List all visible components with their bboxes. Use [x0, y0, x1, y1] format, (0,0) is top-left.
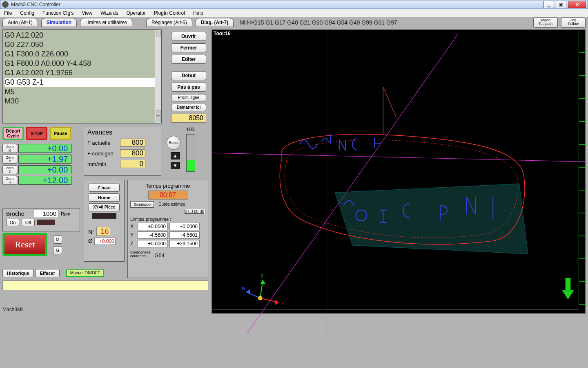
dro-x[interactable]: +0.00: [18, 144, 71, 153]
gcode-line: M30: [4, 96, 160, 106]
titlebar: Mach3 CNC Controller: [0, 0, 588, 9]
reset-button[interactable]: Reset: [2, 233, 47, 256]
menu-config[interactable]: Config: [16, 10, 38, 16]
toolpath-viewport[interactable]: Tool:16: [212, 29, 586, 314]
menu-plugin-control[interactable]: PlugIn Control: [150, 10, 189, 16]
g-button[interactable]: G: [53, 246, 62, 254]
zero-4-button[interactable]: Zero 4: [2, 176, 17, 185]
reset-panel: Reset M G: [2, 233, 64, 262]
feed-unit-value[interactable]: 0: [120, 160, 145, 168]
down-arrow-icon: [561, 276, 575, 301]
tab-reglages[interactable]: Réglages (Alt-6): [146, 18, 192, 27]
feed-title: Avances: [87, 129, 158, 136]
spindle-off-button[interactable]: Off: [22, 219, 35, 226]
effacer-button[interactable]: Effacer: [35, 269, 59, 277]
svg-point-12: [258, 296, 263, 301]
spindle-panel: Broche 1000 Rpm On Off: [2, 209, 80, 231]
window-title: Mach3 CNC Controller: [10, 2, 543, 7]
jog-follow-button[interactable]: Jog Follow: [561, 17, 586, 28]
time-value: 00:07: [148, 191, 187, 200]
xy0-piece-button[interactable]: XY=0 Pièce: [89, 203, 120, 211]
maximize-button[interactable]: [556, 1, 566, 8]
tool-n-label: N°: [88, 229, 95, 235]
svg-line-5: [383, 87, 396, 118]
home-panel: Z haut Home XY=0 Pièce N° 16 Ø +0.000: [84, 180, 125, 262]
zero-y-button[interactable]: Zero Y: [2, 155, 17, 164]
menu-wizards[interactable]: Wizards: [96, 10, 122, 16]
gcode-listing[interactable]: G0 A12.020 G0 Z27.050 G1 F300.0 Z26.000 …: [2, 29, 162, 123]
feed-actual-value[interactable]: 800: [120, 139, 145, 147]
limits-label: Limites programme :: [130, 217, 205, 222]
override-reset-button[interactable]: Reset: [167, 136, 180, 150]
svg-line-0: [212, 153, 585, 162]
svg-marker-11: [246, 289, 251, 294]
gcode-line: M5: [4, 87, 160, 96]
feed-override-panel: 100 Reset ▲ ▼: [163, 127, 208, 176]
override-down-button[interactable]: ▼: [171, 162, 180, 169]
tool-number-value[interactable]: 16: [96, 227, 110, 236]
duration-value: 0:00:00:00: [185, 209, 205, 214]
fermer-button[interactable]: Fermer: [171, 43, 206, 52]
dro-z[interactable]: +0.00: [18, 165, 71, 174]
close-button[interactable]: [568, 1, 586, 8]
limit-x-min: +0.0000: [138, 223, 168, 230]
pas-a-pas-button[interactable]: Pas à pas: [171, 83, 206, 92]
gcode-line-current: G0 G53 Z-1: [4, 78, 160, 87]
message-bar[interactable]: [2, 280, 208, 290]
spindle-label: Broche: [6, 211, 24, 217]
gcode-line: G1 A12.020 Y1.9766: [4, 68, 160, 78]
menu-help[interactable]: Help: [189, 10, 207, 16]
dro-y[interactable]: +1.97: [18, 155, 71, 164]
feed-panel: Avances F actuelle800 F consigne800 mm/m…: [84, 127, 161, 176]
override-100-label: 100: [186, 127, 194, 132]
editer-button[interactable]: Editer: [171, 55, 206, 64]
proch-ligne-button[interactable]: Proch. ligne: [171, 94, 206, 101]
limit-z-min: +0.0000: [138, 240, 168, 247]
spindle-on-button[interactable]: On: [6, 219, 19, 226]
tab-auto[interactable]: Auto (Alt-1): [2, 18, 38, 27]
gcode-line: G0 Z27.050: [4, 40, 160, 49]
historique-button[interactable]: Historique: [2, 269, 33, 277]
gcode-line: G1 F800.0 A0.000 Y-4.458: [4, 59, 160, 68]
svg-line-2: [247, 34, 458, 333]
override-bar: [186, 134, 195, 172]
line-number-dro[interactable]: 8050: [171, 114, 206, 123]
svg-marker-9: [260, 280, 265, 284]
menubar: File Config Function Cfg's View Wizards …: [0, 9, 588, 17]
profile-label: Mach3Mill: [2, 307, 24, 312]
dro-4[interactable]: +12.00: [18, 176, 71, 185]
svg-text:N: N: [242, 286, 245, 292]
regen-toolpath-button[interactable]: Regen. Toolpath: [533, 17, 558, 28]
tab-limites[interactable]: Limites et utilitaires: [80, 18, 132, 27]
tool-dia-value[interactable]: +0.000: [94, 238, 116, 245]
svg-text:x: x: [281, 301, 284, 306]
depart-cycle-button[interactable]: Départ Cycle: [2, 127, 24, 140]
zero-z-button[interactable]: Zero Z: [2, 165, 17, 174]
menu-file[interactable]: File: [0, 10, 16, 16]
zero-x-button[interactable]: Zero X: [2, 144, 17, 153]
tab-diag[interactable]: Diag. (Alt-7): [196, 18, 234, 27]
feed-consigne-value[interactable]: 800: [120, 149, 145, 157]
demarrer-ici-button[interactable]: Démarrer ici: [171, 104, 206, 111]
simulation-button[interactable]: Simulation: [130, 201, 154, 208]
menu-function-cfg[interactable]: Function Cfg's: [38, 10, 78, 16]
z-haut-button[interactable]: Z haut: [89, 184, 120, 192]
tool-dia-label: Ø: [88, 238, 93, 244]
spindle-led: [37, 220, 55, 225]
menu-operator[interactable]: Operator: [122, 10, 150, 16]
stop-button[interactable]: STOP: [26, 127, 47, 140]
tab-simulation[interactable]: Simulation: [41, 18, 77, 27]
m-button[interactable]: M: [53, 236, 62, 244]
manuel-onoff-button[interactable]: Manuel ON/OFF: [66, 269, 104, 277]
override-up-button[interactable]: ▲: [171, 152, 180, 159]
debut-button[interactable]: Début: [171, 71, 206, 80]
toolpath-ruler-right: [579, 30, 585, 313]
spindle-rpm-value[interactable]: 1000: [34, 210, 58, 218]
time-label: Temps programme: [130, 183, 205, 189]
ouvrir-button[interactable]: Ouvrir: [171, 32, 206, 41]
home-button[interactable]: Home: [89, 193, 120, 202]
menu-view[interactable]: View: [78, 10, 96, 16]
minimize-button[interactable]: [543, 1, 554, 8]
pause-button[interactable]: Pause: [50, 127, 71, 140]
gcode-scrollbar[interactable]: [155, 30, 161, 123]
